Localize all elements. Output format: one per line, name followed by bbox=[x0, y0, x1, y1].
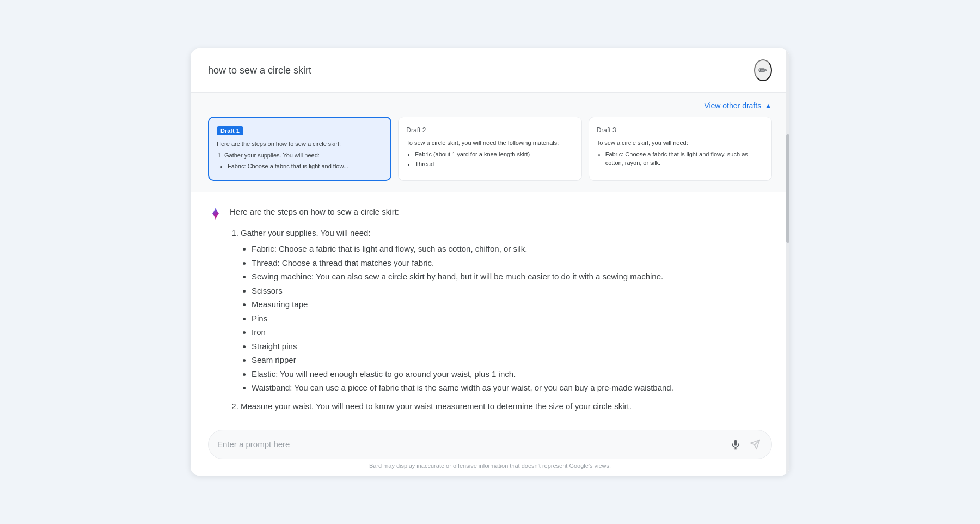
supply-seam-ripper: Seam ripper bbox=[252, 353, 772, 367]
supply-measuring-tape: Measuring tape bbox=[252, 297, 772, 312]
input-area: Bard may display inaccurate or offensive… bbox=[191, 421, 789, 476]
draft-3-content: To sew a circle skirt, you will need: Fa… bbox=[597, 138, 764, 169]
supply-waistband: Waistband: You can use a piece of fabric… bbox=[252, 381, 772, 395]
draft-3-label: Draft 3 bbox=[597, 126, 616, 134]
scroll-indicator bbox=[786, 48, 789, 476]
draft-2-label: Draft 2 bbox=[406, 126, 426, 134]
step-2: Measure your waist. You will need to kno… bbox=[241, 399, 772, 413]
main-container: how to sew a circle skirt ✏ View other d… bbox=[191, 48, 789, 476]
supply-fabric: Fabric: Choose a fabric that is light an… bbox=[252, 242, 772, 256]
svg-rect-0 bbox=[734, 440, 737, 445]
edit-button[interactable]: ✏ bbox=[754, 59, 772, 81]
draft-card-2[interactable]: Draft 2 To sew a circle skirt, you will … bbox=[398, 117, 581, 181]
step-1: Gather your supplies. You will need: Fab… bbox=[241, 226, 772, 395]
draft-card-3[interactable]: Draft 3 To sew a circle skirt, you will … bbox=[589, 117, 772, 181]
step-1-label: Gather your supplies. You will need: bbox=[241, 228, 370, 237]
supply-sewing-machine: Sewing machine: You can also sew a circl… bbox=[252, 270, 772, 284]
drafts-header: View other drafts ▲ bbox=[208, 101, 772, 110]
supply-elastic: Elastic: You will need enough elastic to… bbox=[252, 367, 772, 381]
view-drafts-button[interactable]: View other drafts ▲ bbox=[704, 101, 772, 110]
supply-pins: Pins bbox=[252, 312, 772, 326]
header: how to sew a circle skirt ✏ bbox=[191, 48, 789, 93]
scroll-thumb bbox=[786, 134, 789, 243]
drafts-section: View other drafts ▲ Draft 1 Here are the… bbox=[191, 93, 789, 192]
response-header: Here are the steps on how to sew a circl… bbox=[208, 205, 772, 222]
input-box bbox=[208, 430, 772, 459]
response-intro-text: Here are the steps on how to sew a circl… bbox=[230, 205, 399, 218]
drafts-grid: Draft 1 Here are the steps on how to sew… bbox=[208, 117, 772, 181]
gemini-icon bbox=[208, 206, 223, 222]
draft-1-label: Draft 1 bbox=[217, 126, 243, 135]
supply-straight-pins: Straight pins bbox=[252, 339, 772, 354]
send-button[interactable] bbox=[748, 437, 763, 452]
prompt-input[interactable] bbox=[217, 440, 724, 449]
disclaimer-text: Bard may display inaccurate or offensive… bbox=[208, 459, 772, 471]
mic-button[interactable] bbox=[728, 437, 743, 452]
draft-1-content: Here are the steps on how to sew a circl… bbox=[217, 139, 383, 172]
step-2-label: Measure your waist. You will need to kno… bbox=[241, 401, 632, 411]
draft-2-content: To sew a circle skirt, you will need the… bbox=[406, 138, 573, 170]
page-title: how to sew a circle skirt bbox=[208, 65, 311, 76]
response-body: Gather your supplies. You will need: Fab… bbox=[208, 226, 772, 413]
supply-scissors: Scissors bbox=[252, 284, 772, 298]
draft-card-1[interactable]: Draft 1 Here are the steps on how to sew… bbox=[208, 117, 391, 181]
supply-iron: Iron bbox=[252, 325, 772, 339]
supply-thread: Thread: Choose a thread that matches you… bbox=[252, 256, 772, 270]
